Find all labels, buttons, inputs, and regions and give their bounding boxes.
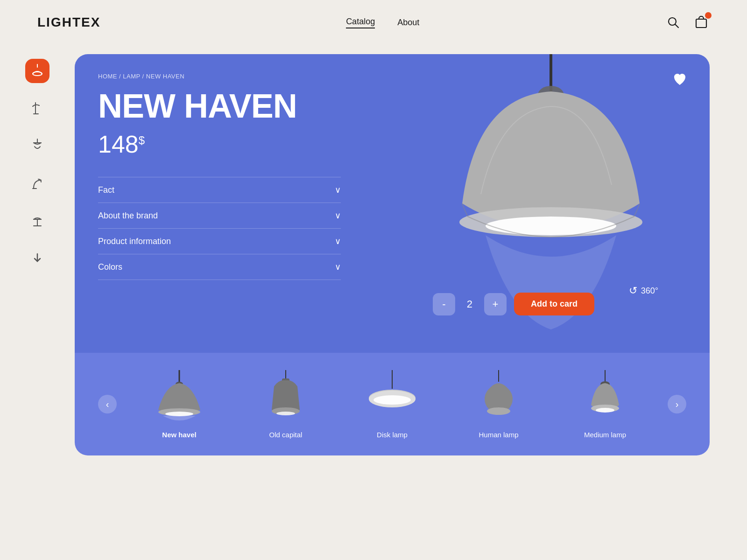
related-thumb-2 (364, 370, 420, 426)
logo: LIGHTEX (37, 15, 100, 30)
price-currency: $ (139, 134, 145, 147)
header: LIGHTEX Catalog About (0, 0, 747, 45)
svg-point-25 (276, 412, 295, 415)
svg-point-4 (33, 72, 42, 76)
accordion-colors[interactable]: Colors ∨ (98, 254, 341, 280)
sidebar-item-desk-lamp[interactable] (25, 208, 49, 232)
accordion-brand[interactable]: About the brand ∨ (98, 203, 341, 229)
related-thumb-4 (577, 370, 633, 426)
svg-point-0 (669, 18, 676, 25)
sidebar-item-floor-lamp[interactable] (25, 96, 49, 120)
product-area: HOME / LAMP / NEW HAVEN NEW HAVEN 148 $ … (75, 45, 710, 455)
sidebar-item-pendant-active[interactable] (25, 59, 49, 83)
svg-point-17 (486, 217, 616, 235)
related-item-2[interactable]: Disk lamp (364, 370, 420, 439)
quantity-minus-button[interactable]: - (433, 293, 455, 315)
sidebar (0, 45, 75, 270)
cart-controls: - 2 + Add to card (433, 293, 594, 315)
header-icons (665, 14, 710, 31)
related-name-0: New havel (162, 431, 196, 439)
related-name-3: Human lamp (479, 431, 518, 439)
nav-catalog[interactable]: Catalog (346, 17, 375, 28)
wishlist-button[interactable] (669, 68, 691, 91)
price-value: 148 (98, 130, 139, 158)
related-name-4: Medium lamp (584, 431, 626, 439)
svg-rect-2 (696, 19, 706, 28)
accordion-brand-label: About the brand (98, 211, 158, 221)
svg-point-36 (596, 408, 614, 413)
related-item-1[interactable]: Old capital (258, 370, 314, 439)
product-card: HOME / LAMP / NEW HAVEN NEW HAVEN 148 $ … (75, 54, 710, 353)
related-section: ‹ New havel (75, 353, 710, 455)
related-item-0[interactable]: New havel (151, 370, 207, 439)
main-layout: HOME / LAMP / NEW HAVEN NEW HAVEN 148 $ … (0, 45, 747, 560)
quantity-plus-button[interactable]: + (484, 293, 507, 315)
accordion-fact[interactable]: Fact ∨ (98, 177, 341, 203)
accordion-info[interactable]: Product information ∨ (98, 229, 341, 254)
accordion-info-chevron: ∨ (335, 236, 341, 246)
product-right: ↺ 360° - 2 + Add to card (341, 73, 686, 334)
accordion-fact-label: Fact (98, 185, 114, 195)
rotate-label: 360° (641, 286, 658, 296)
nav: Catalog About (346, 17, 419, 28)
accordion-brand-chevron: ∨ (335, 210, 341, 221)
quantity-value: 2 (463, 298, 477, 310)
related-thumb-3 (471, 370, 527, 426)
related-thumb-0 (151, 370, 207, 426)
sidebar-item-more[interactable] (25, 245, 49, 270)
cart-badge (705, 12, 712, 19)
svg-point-29 (374, 395, 411, 405)
accordion-fact-chevron: ∨ (335, 185, 341, 195)
search-icon[interactable] (665, 14, 682, 31)
related-items: New havel Old capital (117, 370, 668, 439)
rotate-arrow-icon: ↺ (629, 285, 637, 297)
nav-about[interactable]: About (397, 18, 419, 28)
svg-point-21 (165, 412, 193, 416)
accordion-info-label: Product information (98, 237, 171, 246)
related-item-4[interactable]: Medium lamp (577, 370, 633, 439)
breadcrumb: HOME / LAMP / NEW HAVEN (98, 73, 341, 80)
sidebar-item-arc-lamp[interactable] (25, 171, 49, 195)
accordion-colors-label: Colors (98, 262, 122, 272)
related-name-2: Disk lamp (377, 431, 408, 439)
add-to-cart-button[interactable]: Add to card (514, 293, 594, 315)
related-item-3[interactable]: Human lamp (471, 370, 527, 439)
prev-button[interactable]: ‹ (98, 395, 117, 413)
next-button[interactable]: › (668, 395, 686, 413)
sidebar-item-ceiling-lamp[interactable] (25, 133, 49, 158)
related-name-1: Old capital (269, 431, 303, 439)
svg-line-1 (676, 25, 679, 28)
accordion: Fact ∨ About the brand ∨ Product informa… (98, 177, 341, 280)
product-price: 148 $ (98, 130, 341, 158)
product-title: NEW HAVEN (98, 89, 341, 123)
svg-point-32 (487, 407, 510, 415)
rotate-indicator: ↺ 360° (629, 285, 658, 297)
related-thumb-1 (258, 370, 314, 426)
accordion-colors-chevron: ∨ (335, 262, 341, 272)
cart-icon[interactable] (693, 14, 710, 31)
product-left: HOME / LAMP / NEW HAVEN NEW HAVEN 148 $ … (98, 73, 341, 334)
